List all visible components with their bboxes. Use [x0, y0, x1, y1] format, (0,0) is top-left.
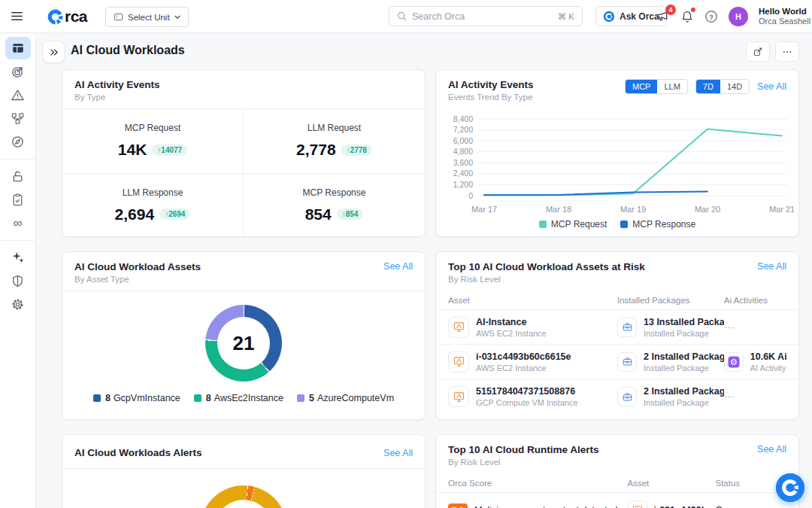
notifications-button[interactable] — [680, 10, 694, 23]
card-subtitle: By Risk Level — [448, 275, 645, 284]
legend-mcp-response: MCP Response — [620, 219, 695, 230]
clipboard-check-icon — [11, 193, 25, 207]
ask-orca-icon — [603, 11, 615, 23]
search-bar[interactable]: ⌘ K — [389, 6, 583, 26]
notifications-dot — [691, 8, 695, 12]
stat-delta-badge: ↑14077 — [152, 144, 187, 156]
empty-value: --- — [724, 391, 735, 402]
sidebar-item-discovery[interactable] — [5, 130, 31, 153]
sidebar: ∞ — [0, 34, 36, 508]
expand-panel-button[interactable] — [42, 41, 65, 63]
chevron-down-icon — [174, 15, 180, 20]
sidebar-item-security[interactable] — [5, 165, 31, 187]
see-all-link[interactable]: See All — [757, 444, 786, 455]
double-chevron-right-icon — [49, 47, 59, 57]
card-subtitle: By Asset Type — [74, 275, 201, 284]
avatar[interactable]: H — [729, 7, 748, 26]
orca-chat-button[interactable] — [776, 473, 804, 502]
legend-swatch — [297, 394, 304, 402]
stat-mcp-request: MCP Request 14K↑14077 — [62, 109, 244, 174]
trend-controls: MCP LLM 7D 14D See All — [625, 79, 786, 94]
dashboard-icon — [11, 41, 25, 55]
hamburger-menu-icon[interactable] — [10, 9, 24, 23]
card-title: AI Cloud Workloads Alerts — [74, 444, 202, 461]
card-ai-activity-events: AI Activity Events By Type MCP Request 1… — [62, 69, 426, 237]
stat-value: 854 — [305, 205, 332, 224]
assets-donut-legend: 8GcpVmInstance 8AwsEc2Instance 5AzureCom… — [93, 393, 394, 403]
card-subtitle: By Risk Level — [448, 458, 599, 467]
toggle-llm[interactable]: LLM — [657, 80, 686, 93]
legend-azurecomputevm: 5AzureComputeVm — [297, 393, 394, 403]
legend-swatch — [539, 221, 547, 228]
svg-text:0: 0 — [468, 191, 473, 200]
select-unit-button[interactable]: Select Unit — [105, 7, 189, 27]
stat-delta-badge: ↑854 — [337, 208, 364, 220]
toggle-7d[interactable]: 7D — [696, 80, 720, 93]
card-activity-trend: AI Activity Events Events Trend By Type … — [435, 69, 799, 237]
svg-text:7,200: 7,200 — [453, 125, 473, 134]
table-row[interactable]: 5151784047371508876GCP Compute VM Instan… — [436, 379, 798, 414]
infinity-icon: ∞ — [13, 217, 22, 230]
card-title: AI Activity Events — [74, 79, 160, 90]
stat-delta-badge: ↑2694 — [159, 208, 190, 220]
assets-table-header: Asset Installed Packages Ai Activities — [436, 291, 798, 310]
see-all-link[interactable]: See All — [757, 81, 786, 92]
package-icon — [617, 318, 637, 337]
toggle-mcp[interactable]: MCP — [626, 80, 657, 93]
page-actions — [746, 41, 799, 62]
package-icon — [617, 352, 637, 372]
unit-icon — [114, 12, 123, 22]
range-toggle: 7D 14D — [695, 79, 750, 94]
table-row[interactable]: i-031c4493b60c6615eAWS EC2 Instance 2 In… — [436, 345, 798, 379]
more-options-button[interactable] — [775, 41, 799, 62]
package-icon — [617, 387, 637, 406]
see-all-link[interactable]: See All — [757, 261, 786, 272]
help-button[interactable]: ? — [704, 10, 718, 23]
sidebar-item-dashboard[interactable] — [5, 37, 31, 59]
legend-gcpvminstance: 8GcpVmInstance — [93, 393, 180, 403]
table-row[interactable]: 7.8 Malicious prompt content detected i-… — [436, 493, 798, 508]
orca-logo[interactable]: rca — [47, 8, 87, 26]
card-title: AI Cloud Workload Assets — [74, 261, 201, 272]
svg-text:4,800: 4,800 — [453, 147, 473, 156]
top-bar: rca Select Unit ⌘ K Ask Orca 4 ? H Hello… — [0, 0, 812, 33]
toggle-14d[interactable]: 14D — [720, 80, 749, 93]
select-unit-label: Select Unit — [128, 13, 170, 22]
legend-swatch — [620, 221, 628, 228]
svg-text:Mar 19: Mar 19 — [620, 205, 646, 214]
sidebar-item-compliance[interactable] — [5, 188, 31, 211]
svg-text:6,000: 6,000 — [453, 136, 473, 145]
sidebar-item-alerts[interactable] — [5, 84, 31, 106]
share-icon — [753, 47, 763, 57]
announcements-button[interactable]: 4 — [656, 10, 670, 24]
legend-awsec2instance: 8AwsEc2Instance — [194, 393, 283, 403]
card-runtime-alerts: Top 10 AI Cloud Runtime Alerts By Risk L… — [435, 434, 799, 508]
sidebar-item-shield[interactable] — [5, 269, 31, 292]
ellipsis-icon — [782, 47, 792, 57]
sidebar-item-attack-paths[interactable] — [5, 60, 31, 83]
see-all-link[interactable]: See All — [383, 448, 413, 458]
sidebar-item-ai-security[interactable] — [5, 246, 31, 269]
alert-triangle-icon — [11, 88, 25, 102]
target-icon — [11, 65, 25, 79]
stat-llm-response: LLM Response 2,694↑2694 — [62, 174, 244, 238]
vm-asset-icon — [628, 500, 647, 508]
table-row[interactable]: AI-InstanceAWS EC2 Instance 13 Installed… — [436, 310, 798, 345]
sidebar-item-settings[interactable] — [5, 293, 31, 315]
cards-grid: AI Activity Events By Type MCP Request 1… — [62, 69, 799, 508]
sidebar-item-shift-left[interactable]: ∞ — [5, 211, 31, 234]
activity-stats-grid: MCP Request 14K↑14077 LLM Request 2,778↑… — [62, 109, 425, 237]
see-all-link[interactable]: See All — [383, 261, 413, 272]
search-input[interactable] — [412, 11, 553, 22]
user-info[interactable]: Hello World Orca Seashell Demo Us — [759, 7, 812, 27]
stat-llm-request: LLM Request 2,778↑2778 — [244, 109, 425, 174]
svg-text:1,200: 1,200 — [453, 180, 473, 189]
stat-value: 2,778 — [296, 141, 336, 159]
sidebar-item-inventory[interactable] — [5, 107, 31, 129]
stat-value: 2,694 — [115, 205, 155, 224]
export-button[interactable] — [746, 41, 770, 62]
card-assets-at-risk: Top 10 AI Cloud Workload Assets at Risk … — [435, 251, 799, 420]
donut-hole — [214, 500, 273, 508]
sidebar-divider — [0, 240, 36, 241]
help-icon: ? — [704, 10, 718, 23]
